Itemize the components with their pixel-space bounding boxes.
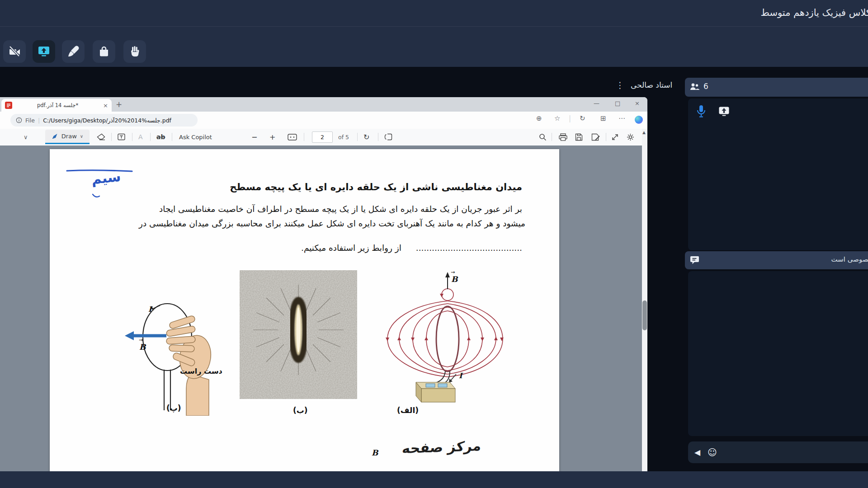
address-url: C:/Users/giga/Desktop/جلسه%2014%20آذر.pd… [43,117,171,124]
toolbar-divider: | [569,115,571,122]
figure-label-p: (پ) [166,404,181,413]
divider [132,133,132,141]
webcam-panel [688,99,868,250]
text-box-icon[interactable] [118,129,125,145]
edge-browser-window: *جلسه 14 آذر.pdf × + — □ × File | C:/Use… [0,97,647,488]
more-menu-icon[interactable]: ⋯ [618,115,625,122]
body-line-3-text: از روابط زیر استفاده میکنیم. [301,243,401,253]
divider [552,133,552,141]
window-maximize-button[interactable]: □ [615,100,620,107]
draw-tool-button[interactable]: Draw ∨ [45,130,90,144]
chat-header-panel: خصوصی است [685,251,868,269]
chat-input-bar[interactable]: ◀ ☺ نید [688,441,868,463]
browser-address-bar-row: File | C:/Users/giga/Desktop/جلسه%2014%2… [0,112,647,129]
figure-label-alef: (الف) [397,406,419,415]
chat-messages-panel: میشن aوC [688,271,868,436]
body-line-3: ........................................… [301,243,522,253]
address-bar[interactable]: File | C:/Users/giga/Desktop/جلسه%2014%2… [10,114,198,127]
screen-share-status-icon [719,107,729,116]
vector-arrow-glyph: → [139,337,143,343]
pdf-scrollbar-thumb[interactable] [642,300,647,330]
tab-close-icon[interactable]: × [103,102,108,109]
window-close-button[interactable]: × [635,100,640,107]
screen-share-button[interactable] [33,40,55,63]
browser-tab-strip: *جلسه 14 آذر.pdf × + — □ × [0,97,647,112]
search-icon[interactable] [539,129,547,145]
meeting-title-bar: کلاس فیزیک یازدهم متوسط [0,0,868,26]
bag-icon [98,46,110,57]
settings-gear-icon[interactable] [627,129,634,145]
fullscreen-icon[interactable] [611,129,619,145]
raise-hand-button[interactable] [123,40,146,63]
meeting-title: کلاس فیزیک یازدهم متوسط [760,7,868,18]
bottom-bar [0,471,868,488]
divider [304,133,304,141]
page-number-input[interactable]: 2 [312,131,333,143]
current-label-right: I [459,371,462,380]
page-view-icon[interactable] [384,129,393,145]
body-line-1: بر اثر عبور جریان از یک حلقه دایره ای شک… [159,204,522,214]
pen-annotation-text: سیم [90,169,122,188]
page-count-label: of 5 [338,129,349,145]
files-button[interactable] [93,40,115,63]
draw-label: Draw [61,133,77,140]
toolbar-chevron-icon[interactable]: ∨ [24,129,28,145]
new-tab-button[interactable]: + [116,100,122,109]
send-icon[interactable]: ◀ [694,448,700,457]
figure-label-b: (ب) [293,406,308,415]
kebab-menu-icon[interactable]: ⋮ [616,81,624,89]
main-toolbar [0,26,868,67]
fill-in-dots: ........................................ [416,243,522,253]
pdf-file-icon [5,102,12,109]
microphone-icon[interactable] [696,105,706,118]
save-as-icon[interactable] [591,129,600,145]
refresh-icon[interactable]: ↻ [580,115,585,122]
hand-caption: دست راست [180,367,222,375]
zoom-page-icon[interactable]: ⊕ [536,115,542,122]
participants-count: 6 [703,82,708,91]
copilot-icon[interactable] [635,116,643,124]
window-minimize-button[interactable]: — [594,100,599,107]
presenter-name: استاد صالحی [631,80,672,89]
ask-copilot-button[interactable]: Ask Copilot [179,129,212,145]
body-line-2: میشود و هر کدام به مانند یک آهنربای تخت … [139,219,525,228]
divider [172,133,172,141]
divider [150,133,151,141]
emoji-icon[interactable]: ☺ [708,447,717,458]
screen-share-icon [38,46,50,57]
iron-filings-photo [240,270,357,399]
highlight-text-icon[interactable]: ab [156,129,165,145]
draw-chevron-icon: ∨ [80,134,83,139]
participants-panel[interactable]: 6 [685,78,868,97]
handwritten-note: مرکز صفحه [401,438,482,456]
browser-tab-pdf[interactable]: *جلسه 14 آذر.pdf × [1,99,112,112]
pdf-toolbar: ∨ Draw ∨ A ab [0,129,642,146]
camera-off-button[interactable] [3,40,26,63]
divider [606,133,606,141]
hand-icon [129,46,141,57]
draw-brush-button[interactable] [62,40,85,63]
save-icon[interactable] [575,129,583,145]
presenter-row: استاد صالحی ⋮ [616,80,672,89]
zoom-in-button[interactable]: + [269,129,275,145]
fit-to-width-icon[interactable] [288,129,297,145]
pdf-page: سیم میدان مغناطیسی ناشی از یک حلقه دایره… [50,149,559,488]
zoom-out-button[interactable]: − [251,129,257,145]
divider [378,133,378,141]
info-icon [16,117,22,123]
vector-arrow-glyph: → [451,269,455,275]
scroll-up-icon[interactable]: ▲ [642,130,646,135]
chat-bubble-icon [690,255,699,265]
right-hand-rule-figure [122,294,217,416]
field-vector-label-right: B [451,275,458,284]
print-icon[interactable] [559,129,567,145]
favorites-star-icon[interactable]: ☆ [554,115,560,122]
eraser-icon[interactable] [97,129,105,145]
extensions-icon[interactable]: ⊞ [600,115,606,122]
people-icon [690,82,700,91]
read-aloud-icon[interactable]: A [138,129,143,145]
handwritten-b-symbol: B [372,448,378,457]
online-class-app: کلاس فیزیک یازدهم متوسط [0,0,868,488]
rotate-icon[interactable]: ↻ [363,129,369,145]
pen-icon [52,133,58,140]
